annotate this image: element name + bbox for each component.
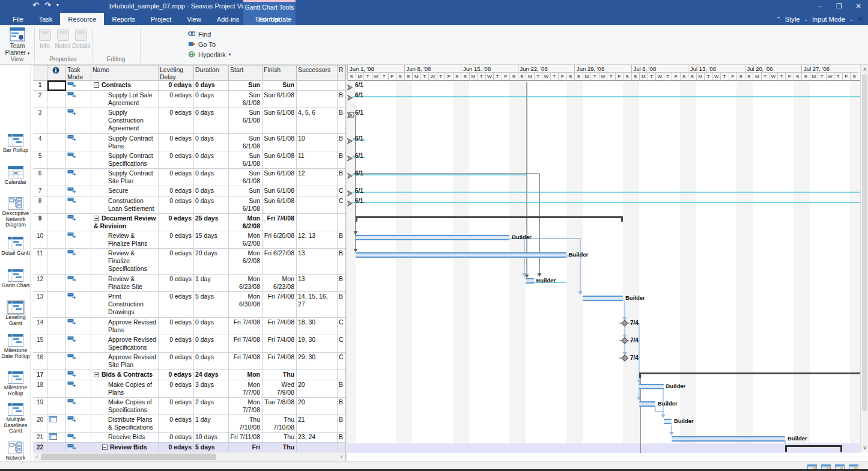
input-mode-caret-icon[interactable]: ⌄ bbox=[849, 17, 854, 22]
milestone-marker[interactable] bbox=[347, 136, 353, 147]
collapse-ribbon-icon[interactable]: ⌃ bbox=[776, 16, 781, 22]
input-mode-button[interactable]: Input Mode bbox=[812, 16, 845, 23]
task-name-cell[interactable]: Supply Lot Sale Agreement bbox=[91, 91, 159, 108]
style-caret-icon[interactable]: ⌄ bbox=[804, 17, 808, 22]
column-header-row-number[interactable] bbox=[33, 65, 47, 81]
tab-project[interactable]: Project bbox=[143, 13, 179, 25]
task-mode-cell[interactable] bbox=[66, 380, 91, 398]
resource-cell[interactable]: B bbox=[338, 433, 345, 443]
task-mode-cell[interactable] bbox=[66, 91, 91, 108]
successors-cell[interactable] bbox=[297, 91, 338, 108]
task-name-cell[interactable]: Bids & Contracts bbox=[91, 370, 159, 380]
task-mode-cell[interactable] bbox=[66, 443, 91, 452]
summary-bar[interactable] bbox=[639, 372, 860, 377]
table-row[interactable]: 20Distribute Plans & Specifications0 eda… bbox=[33, 415, 345, 433]
task-name-cell[interactable]: Supply Contract Specifications bbox=[91, 151, 159, 169]
milestone-marker[interactable] bbox=[347, 93, 353, 103]
duration-cell[interactable]: 2 days bbox=[194, 398, 229, 415]
task-name-cell[interactable]: Distribute Plans & Specifications bbox=[91, 415, 159, 433]
task-name-cell[interactable]: Document Review & Revision bbox=[91, 214, 159, 231]
gantt-bar[interactable] bbox=[639, 384, 664, 389]
sidebar-item-leveling-gantt[interactable]: Leveling Gantt bbox=[0, 301, 31, 326]
task-name-cell[interactable]: Secure Financing bbox=[91, 186, 159, 196]
resource-cell[interactable]: B bbox=[338, 249, 345, 275]
leveling-delay-cell[interactable]: 0 edays bbox=[159, 433, 194, 443]
task-name-cell[interactable]: Contracts bbox=[91, 81, 159, 91]
resource-cell[interactable] bbox=[338, 443, 345, 452]
task-name-cell[interactable]: Make Copies of Plans bbox=[91, 380, 159, 398]
info-cell[interactable] bbox=[47, 169, 66, 186]
scroll-up-icon[interactable]: ∧ bbox=[861, 65, 868, 74]
row-number[interactable]: 6 bbox=[33, 169, 47, 186]
duration-cell[interactable]: 15 days bbox=[194, 231, 229, 249]
start-cell[interactable]: Fri 7/11/08 bbox=[229, 433, 263, 443]
successors-cell[interactable]: 19, 30 bbox=[297, 335, 338, 353]
info-cell[interactable] bbox=[47, 292, 66, 318]
resource-cell[interactable]: C bbox=[338, 186, 345, 196]
task-mode-cell[interactable] bbox=[66, 415, 91, 433]
row-number[interactable]: 9 bbox=[33, 214, 47, 231]
info-cell[interactable] bbox=[47, 231, 66, 249]
close-button[interactable]: ✕ bbox=[849, 0, 868, 13]
finish-cell[interactable]: Thu 7/24/08 bbox=[263, 433, 297, 443]
finish-cell[interactable]: Fri 7/4/08 bbox=[263, 353, 297, 370]
tab-task[interactable]: Task bbox=[31, 13, 61, 25]
close-ribbon-icon[interactable]: ✕ bbox=[858, 16, 863, 23]
row-number[interactable]: 19 bbox=[33, 398, 47, 415]
finish-cell[interactable]: Thu 8/7/08 bbox=[263, 370, 297, 380]
task-name-cell[interactable]: Review & Finalize Plans bbox=[91, 231, 159, 249]
successors-cell[interactable] bbox=[297, 81, 338, 91]
finish-cell[interactable]: Fri 7/4/08 bbox=[263, 318, 297, 335]
leveling-delay-cell[interactable]: 0 edays bbox=[159, 151, 194, 169]
table-row[interactable]: 15Approve Revised Specifications0 edays0… bbox=[33, 335, 345, 353]
task-name-cell[interactable]: Review & Finalize Site Plan bbox=[91, 275, 159, 292]
column-header-duration[interactable]: Duration bbox=[194, 65, 229, 81]
start-cell[interactable]: Mon 7/7/08 bbox=[229, 370, 263, 380]
table-row[interactable]: 21Receive Bids0 edays10 daysFri 7/11/08T… bbox=[33, 433, 345, 443]
start-cell[interactable]: Mon 6/2/08 bbox=[229, 249, 263, 275]
finish-cell[interactable]: Thu 7/10/08 bbox=[263, 415, 297, 433]
finish-cell[interactable]: Wed 7/9/08 bbox=[263, 380, 297, 398]
successors-cell[interactable]: 11 bbox=[297, 151, 338, 169]
duration-cell[interactable]: 0 days bbox=[194, 134, 229, 151]
successors-cell[interactable]: 4, 5, 6 bbox=[297, 108, 338, 134]
table-row[interactable]: 1Contracts0 edays0 daysSun 6/1/08Sun 6/1… bbox=[33, 81, 345, 91]
finish-cell[interactable]: Sun 6/1/08 bbox=[263, 91, 297, 108]
info-cell[interactable] bbox=[47, 433, 66, 443]
resource-cell[interactable]: C bbox=[338, 335, 345, 353]
row-number[interactable]: 1 bbox=[33, 81, 47, 91]
chart-vscroll-thumb[interactable] bbox=[862, 74, 867, 411]
gantt-bar[interactable] bbox=[356, 235, 510, 240]
duration-cell[interactable]: 5 days bbox=[194, 292, 229, 318]
info-cell[interactable] bbox=[47, 443, 66, 452]
leveling-delay-cell[interactable]: 0 edays bbox=[159, 443, 194, 452]
task-name-cell[interactable]: Receive Bids bbox=[91, 433, 159, 443]
resource-cell[interactable]: C bbox=[338, 318, 345, 335]
resource-cell[interactable]: B bbox=[338, 292, 345, 318]
table-row[interactable]: 11Review & Finalize Specifications0 eday… bbox=[33, 249, 345, 275]
gantt-bar[interactable] bbox=[583, 296, 624, 301]
row-number[interactable]: 12 bbox=[33, 275, 47, 292]
column-header-leveling-delay[interactable]: Leveling Delay bbox=[159, 65, 194, 81]
milestone-marker[interactable] bbox=[347, 188, 353, 199]
info-cell[interactable] bbox=[47, 91, 66, 108]
open-folder-icon[interactable] bbox=[4, 1, 13, 9]
finish-cell[interactable]: Mon 6/23/08 bbox=[263, 275, 297, 292]
task-name-cell[interactable]: Review Bids bbox=[91, 443, 159, 452]
row-number[interactable]: 5 bbox=[33, 151, 47, 169]
table-row[interactable]: 14Approve Revised Plans0 edays0 daysFri … bbox=[33, 318, 345, 335]
task-mode-cell[interactable] bbox=[66, 318, 91, 335]
table-scroll-thumb[interactable] bbox=[41, 454, 216, 460]
successors-cell[interactable] bbox=[297, 443, 338, 452]
sidebar-item-multiple-baselines-gantt[interactable]: Multiple Baselines Gantt bbox=[0, 403, 31, 434]
table-row[interactable]: 10Review & Finalize Plans0 edays15 daysM… bbox=[33, 231, 345, 249]
sidebar-item-network-diagram[interactable]: Network Diagram bbox=[0, 442, 31, 461]
table-row[interactable]: 18Make Copies of Plans0 edays3 daysMon 7… bbox=[33, 380, 345, 398]
collapse-icon[interactable] bbox=[102, 445, 108, 450]
leveling-delay-cell[interactable]: 0 edays bbox=[159, 249, 194, 275]
task-name-cell[interactable]: Approve Revised Site Plan bbox=[91, 353, 159, 370]
resource-cell[interactable]: B bbox=[338, 231, 345, 249]
task-name-cell[interactable]: Approve Revised Specifications bbox=[91, 335, 159, 353]
info-cell[interactable] bbox=[47, 196, 66, 214]
finish-cell[interactable]: Fri 7/4/08 bbox=[263, 214, 297, 231]
